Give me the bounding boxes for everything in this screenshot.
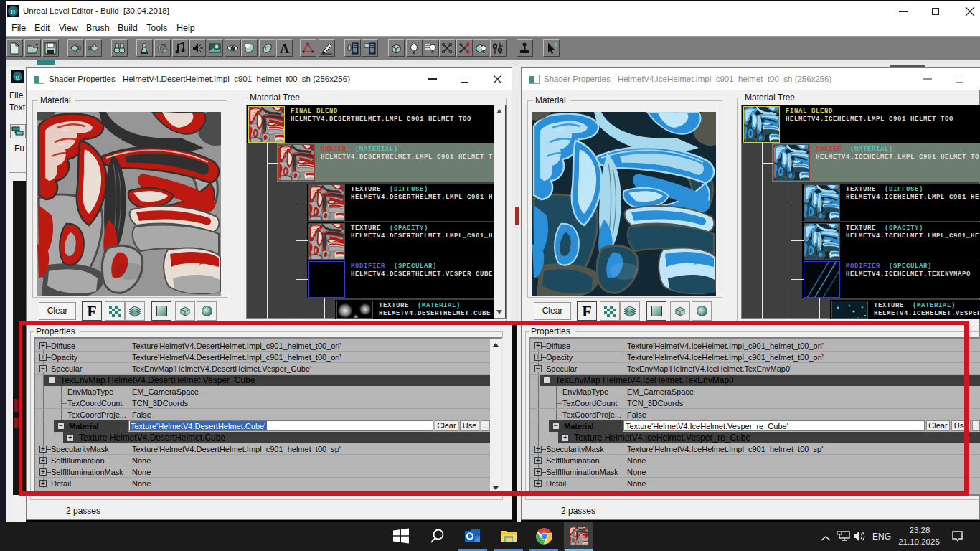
svg-text:A: A [280,42,289,55]
svg-text:u: u [11,6,16,17]
svg-text:u: u [15,72,19,81]
svg-text:?: ? [553,42,557,50]
svg-text:G: G [157,42,166,55]
